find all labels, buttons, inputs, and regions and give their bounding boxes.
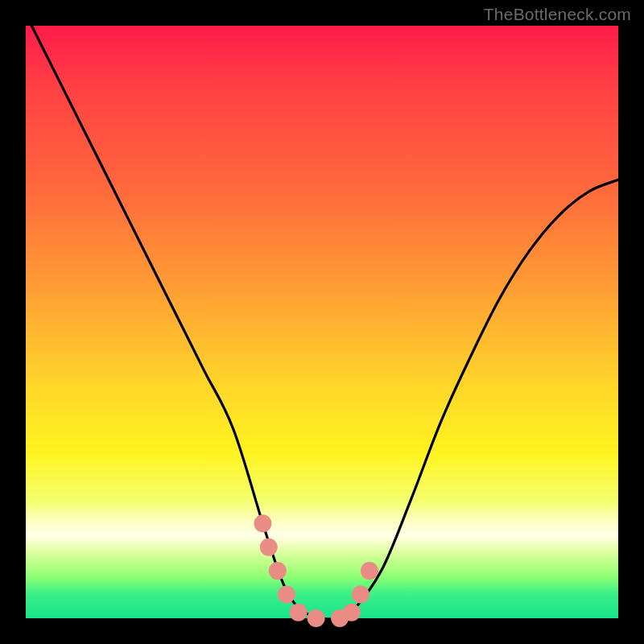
chart-svg [26,26,618,618]
highlight-dot [361,562,378,580]
highlight-dot [278,586,295,604]
highlight-dots-group [254,514,378,627]
highlight-dot [352,586,369,604]
highlight-dot [269,562,287,580]
highlight-dot [260,539,278,556]
highlight-dot [290,604,308,621]
watermark-text: TheBottleneck.com [484,5,631,24]
plot-area [26,26,618,618]
chart-frame: TheBottleneck.com [0,0,644,644]
highlight-dot [308,609,325,627]
bottleneck-curve [26,14,618,619]
highlight-dot [343,604,361,621]
highlight-dot [254,514,271,532]
